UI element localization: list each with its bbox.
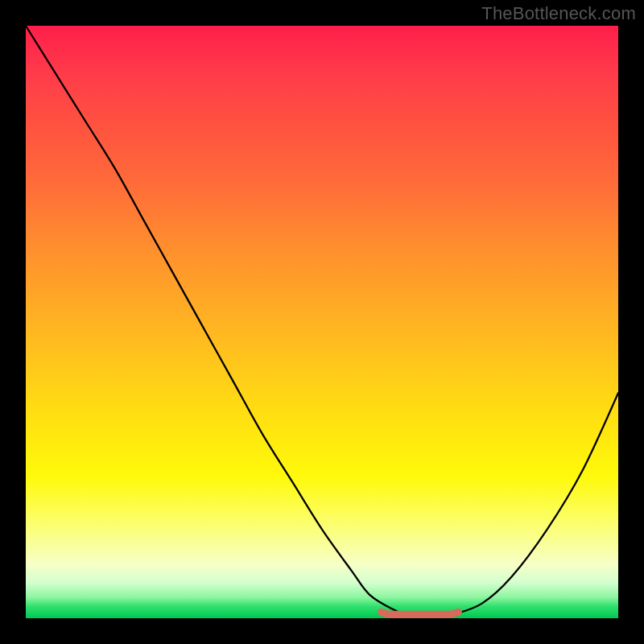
- optimal-flat-marker: [382, 612, 459, 614]
- bottleneck-curve: [26, 26, 618, 616]
- watermark-text: TheBottleneck.com: [481, 3, 636, 24]
- plot-area: [26, 26, 618, 618]
- chart-svg: [26, 26, 618, 618]
- chart-frame: TheBottleneck.com: [0, 0, 644, 644]
